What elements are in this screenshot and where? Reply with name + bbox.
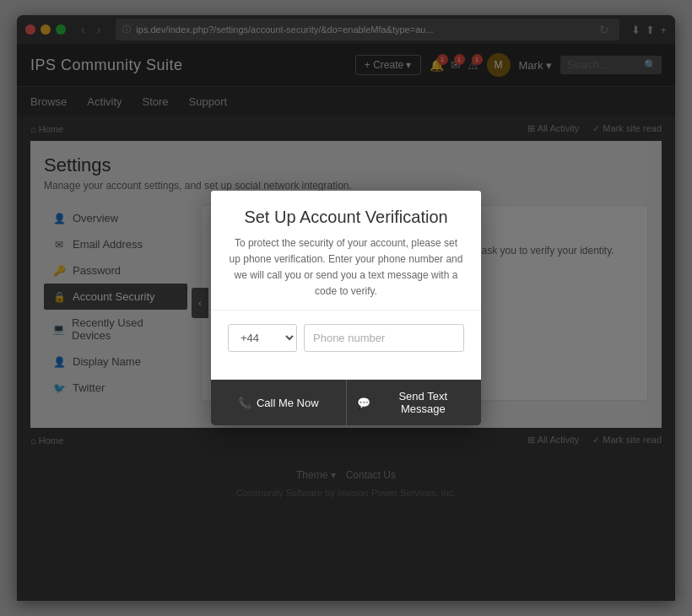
call-me-now-button[interactable]: 📞 Call Me Now [211,380,347,425]
modal-description: To protect the security of your account,… [228,235,464,300]
modal-overlay[interactable]: Set Up Account Verification To protect t… [0,0,692,616]
modal-footer: 📞 Call Me Now 💬 Send Text Message [211,379,481,425]
modal-body: +44 [211,311,481,379]
modal-title: Set Up Account Verification [228,208,464,227]
sms-icon: 💬 [357,397,370,409]
modal-header: Set Up Account Verification To protect t… [211,191,481,311]
country-code-select[interactable]: +44 [228,324,297,352]
phone-number-input[interactable] [304,324,464,352]
account-verification-modal: Set Up Account Verification To protect t… [211,191,481,426]
phone-icon: 📞 [238,397,251,409]
send-text-message-button[interactable]: 💬 Send Text Message [347,380,482,425]
phone-row: +44 [228,324,464,352]
